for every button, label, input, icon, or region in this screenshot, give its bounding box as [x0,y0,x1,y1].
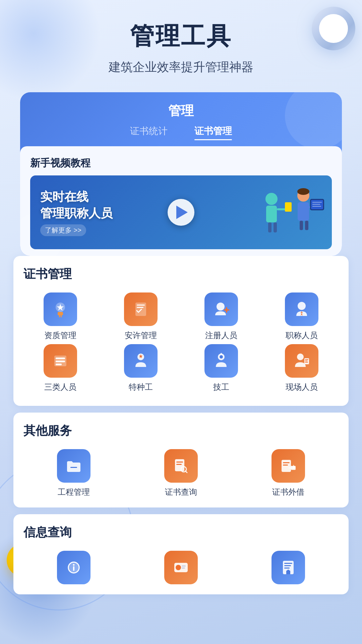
svg-rect-68 [284,565,291,566]
svg-rect-67 [284,563,292,564]
doc-arrow-icon [279,457,298,475]
icon-item-cert-loan[interactable]: 证书外借 [238,449,339,497]
book-mark-icon [279,558,298,577]
svg-point-63 [176,565,181,570]
person-plus-icon [212,300,231,319]
video-line2: 管理职称人员 [40,205,113,222]
svg-rect-45 [70,467,77,468]
other-services-grid: 工程管理 证书查询 [23,449,339,497]
other-services-card: 其他服务 工程管理 [13,413,349,507]
mgmt-tabs: 证书统计 证书管理 [20,125,342,140]
tab-cert-mgmt[interactable]: 证书管理 [194,125,232,140]
special-label: 特种工 [129,382,153,392]
svg-rect-8 [298,202,309,221]
svg-rect-1 [266,206,277,222]
svg-rect-34 [56,364,62,365]
svg-rect-19 [58,312,63,315]
permit-icon-box [124,292,158,326]
other-services-title: 其他服务 [23,423,339,439]
sub-title: 建筑企业效率提升管理神器 [0,59,362,75]
video-illustration-svg [251,182,325,243]
info1-icon-box [57,551,90,584]
video-illustration [251,179,325,246]
doc-search-icon [172,457,190,475]
cert-mgmt-title: 证书管理 [23,266,339,282]
onsite-icon-box [285,344,318,378]
project-label: 工程管理 [58,487,90,497]
grid-bars-icon [51,352,70,370]
svg-point-61 [73,564,75,566]
svg-rect-64 [182,566,186,567]
info3-icon-box [272,551,305,584]
main-title: 管理工具 [0,20,362,52]
icon-item-project[interactable]: 工程管理 [23,449,124,497]
icon-item-onsite[interactable]: 现场人员 [265,344,339,392]
svg-rect-20 [59,315,60,317]
person-star-icon [131,352,150,370]
svg-rect-51 [282,460,291,472]
icon-item-info3[interactable] [238,551,339,584]
svg-rect-46 [175,459,184,471]
person-card-icon [172,558,190,577]
person-wrench-icon [212,352,231,370]
folder-minus-icon [64,457,83,475]
info2-icon-box [164,551,198,584]
cert-loan-label: 证书外借 [272,487,304,497]
registered-icon-box [204,292,238,326]
video-thumbnail[interactable]: 实时在线 管理职称人员 了解更多 >> [30,175,332,249]
icon-item-qualification[interactable]: 资质管理 [23,292,97,341]
three-type-label: 三类人员 [44,382,76,392]
video-play-button[interactable] [168,199,194,226]
svg-rect-47 [176,462,183,463]
svg-point-0 [265,193,278,205]
permit-label: 安许管理 [125,330,157,341]
icon-item-special[interactable]: 特种工 [104,344,178,392]
three-type-icon-box [44,344,77,378]
icon-item-cert-query[interactable]: 证书查询 [131,449,231,497]
video-learn-more[interactable]: 了解更多 >> [40,224,86,236]
project-icon-box [57,449,90,483]
svg-rect-60 [73,566,74,571]
svg-line-50 [185,471,187,473]
person-book-icon [292,352,311,370]
svg-rect-44 [305,362,308,363]
svg-rect-21 [61,315,62,317]
tab-cert-stats[interactable]: 证书统计 [130,125,168,140]
svg-point-38 [220,355,223,359]
icon-item-registered[interactable]: 注册人员 [184,292,258,341]
info-query-grid [23,551,339,584]
cert-mgmt-grid-row2: 三类人员 特种工 [23,344,339,392]
icon-item-permit[interactable]: 安许管理 [104,292,178,341]
video-text: 实时在线 管理职称人员 了解更多 >> [30,182,123,243]
icon-item-three-type[interactable]: 三类人员 [23,344,97,392]
svg-rect-9 [300,221,303,230]
video-line1: 实时在线 [40,189,113,205]
svg-rect-10 [305,221,308,230]
svg-rect-24 [137,307,143,308]
page-content: 管理工具 建筑企业效率提升管理神器 管理 证书统计 证书管理 新手视频教程 实时… [0,0,362,614]
info-query-card: 信息查询 [13,514,349,594]
cert-query-icon-box [164,449,198,483]
skilled-label: 技工 [213,382,229,392]
svg-rect-32 [56,358,65,359]
icon-item-titled[interactable]: 职称人员 [265,292,339,341]
mgmt-header: 管理 证书统计 证书管理 [20,92,342,146]
svg-rect-43 [305,361,308,361]
svg-rect-48 [176,464,182,465]
svg-point-40 [297,354,304,360]
mgmt-card-title: 管理 [20,102,342,119]
svg-rect-53 [283,465,288,466]
star-badge-icon [51,300,70,319]
person-tie-icon [292,300,311,319]
play-icon [176,206,188,219]
icon-item-info2[interactable] [131,551,231,584]
icon-item-info1[interactable] [23,551,124,584]
svg-rect-2 [268,222,272,232]
cert-mgmt-grid-row1: 资质管理 安许管理 [23,292,339,341]
info-query-title: 信息查询 [23,524,339,541]
svg-rect-3 [274,222,277,232]
icon-item-skilled[interactable]: 技工 [184,344,258,392]
svg-rect-33 [56,361,65,362]
qualification-icon-box [44,292,77,326]
svg-rect-39 [221,353,222,355]
